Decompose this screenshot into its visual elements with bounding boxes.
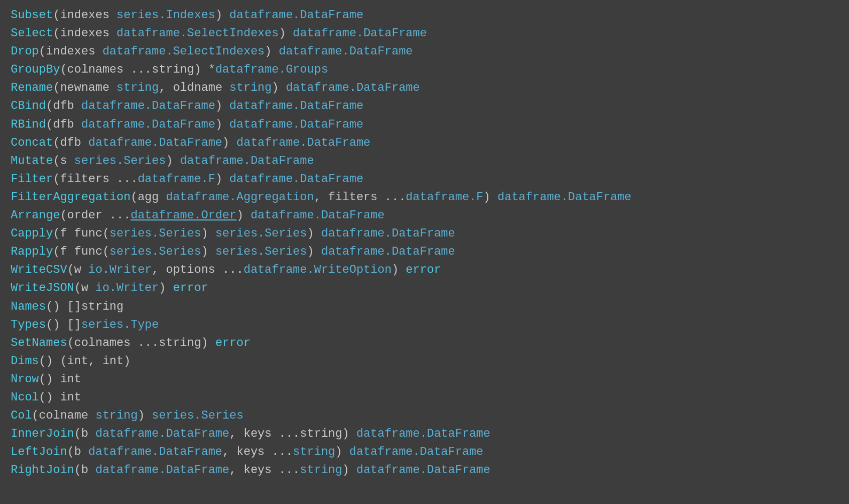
line-names: Names() []string — [11, 298, 838, 316]
line-types: Types() []series.Type — [11, 316, 838, 334]
line-ncol: Ncol() int — [11, 389, 838, 407]
line-arrange: Arrange(order ...dataframe.Order) datafr… — [11, 207, 838, 225]
line-writejson: WriteJSON(w io.Writer) error — [11, 279, 838, 297]
line-filter: Filter(filters ...dataframe.F) dataframe… — [11, 170, 838, 188]
code-container: Subset(indexes series.Indexes) dataframe… — [11, 6, 838, 479]
line-col: Col(colname string) series.Series — [11, 407, 838, 425]
line-rbind: RBind(dfb dataframe.DataFrame) dataframe… — [11, 116, 838, 134]
line-capply: Capply(f func(series.Series) series.Seri… — [11, 225, 838, 243]
line-writecsv: WriteCSV(w io.Writer, options ...datafra… — [11, 261, 838, 279]
line-concat: Concat(dfb dataframe.DataFrame) datafram… — [11, 134, 838, 152]
line-select: Select(indexes dataframe.SelectIndexes) … — [11, 25, 838, 43]
line-setnames: SetNames(colnames ...string) error — [11, 334, 838, 352]
line-mutate: Mutate(s series.Series) dataframe.DataFr… — [11, 152, 838, 170]
line-drop: Drop(indexes dataframe.SelectIndexes) da… — [11, 43, 838, 61]
line-rapply: Rapply(f func(series.Series) series.Seri… — [11, 243, 838, 261]
line-rightjoin: RightJoin(b dataframe.DataFrame, keys ..… — [11, 461, 838, 479]
line-innerjoin: InnerJoin(b dataframe.DataFrame, keys ..… — [11, 425, 838, 443]
line-nrow: Nrow() int — [11, 371, 838, 389]
line-filteragg: FilterAggregation(agg dataframe.Aggregat… — [11, 188, 838, 207]
line-cbind: CBind(dfb dataframe.DataFrame) dataframe… — [11, 97, 838, 115]
line-leftjoin: LeftJoin(b dataframe.DataFrame, keys ...… — [11, 443, 838, 461]
line-dims: Dims() (int, int) — [11, 352, 838, 371]
line-subset: Subset(indexes series.Indexes) dataframe… — [11, 6, 838, 25]
line-groupby: GroupBy(colnames ...string) *dataframe.G… — [11, 61, 838, 79]
line-rename: Rename(newname string, oldname string) d… — [11, 79, 838, 97]
